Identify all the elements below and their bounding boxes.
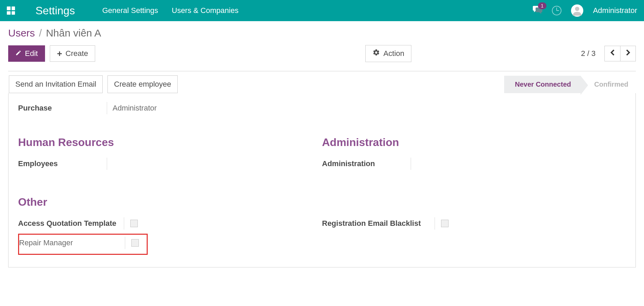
apps-icon[interactable] [7,6,15,15]
action-label: Action [383,49,404,58]
hr-heading: Human Resources [18,136,322,149]
edit-label: Edit [25,49,38,58]
access-quotation-checkbox[interactable] [130,220,138,227]
access-quotation-label: Access Quotation Template [18,219,124,228]
pager-nav [604,46,636,61]
topbar: Settings General Settings Users & Compan… [0,0,644,21]
pager-next[interactable] [620,46,636,61]
avatar[interactable] [571,4,583,17]
action-button[interactable]: Action [365,45,411,62]
create-label: Create [65,49,88,58]
nav-menu: General Settings Users & Companies [102,6,533,15]
field-sep [107,102,107,114]
nav-users-companies[interactable]: Users & Companies [172,6,239,15]
repair-manager-highlight: Repair Manager [18,234,148,255]
topbar-right: 1 Administrator [533,4,637,17]
chat-button[interactable]: 1 [533,6,542,15]
purchase-label: Purchase [18,104,107,113]
field-sep [411,158,411,170]
nav-general-settings[interactable]: General Settings [102,6,158,15]
send-invitation-button[interactable]: Send an Invitation Email [9,75,103,93]
app-title[interactable]: Settings [35,4,75,17]
field-sep [125,237,125,249]
reg-email-blacklist-checkbox[interactable] [441,220,449,227]
purchase-row: Purchase Administrator [9,99,635,118]
activity-icon[interactable] [552,6,561,15]
pencil-icon [15,49,21,58]
chat-badge: 1 [538,2,547,9]
breadcrumb-users[interactable]: Users [8,27,35,39]
repair-manager-checkbox[interactable] [131,239,139,247]
other-section: Other Access Quotation Template Repair M… [9,196,635,255]
content: Users / Nhân viên A Edit + Create Action [0,21,644,267]
reg-email-blacklist-label: Registration Email Blacklist [322,219,435,228]
breadcrumb-sep: / [39,27,42,39]
create-employee-button[interactable]: Create employee [107,75,178,93]
field-sep [107,158,107,170]
edit-button[interactable]: Edit [8,45,45,62]
pager-text[interactable]: 2 / 3 [581,49,596,58]
gear-icon [372,49,380,58]
employees-label: Employees [18,159,107,168]
chevron-left-icon [610,49,615,58]
statusbar: Send an Invitation Email Create employee… [8,71,636,93]
field-sep [435,217,435,230]
breadcrumb: Users / Nhân viên A [8,27,636,39]
other-heading: Other [18,196,626,208]
status-never-connected[interactable]: Never Connected [504,76,581,93]
create-button[interactable]: + Create [50,45,95,62]
form-sheet: Purchase Administrator Human Resources E… [8,93,636,267]
user-menu[interactable]: Administrator [593,6,637,15]
hr-section: Human Resources Employees [18,136,322,174]
pager-prev[interactable] [604,46,620,61]
chat-icon [533,9,542,15]
admin-heading: Administration [322,136,626,149]
purchase-value: Administrator [113,104,157,113]
field-sep [124,217,124,230]
svg-point-0 [575,7,580,11]
chevron-right-icon [625,49,631,58]
plus-icon: + [57,50,62,57]
repair-manager-label: Repair Manager [19,238,125,247]
administration-label: Administration [322,159,411,168]
status-confirmed[interactable]: Confirmed [581,76,636,93]
two-col-sections: Human Resources Employees Administration… [9,136,635,174]
admin-section: Administration Administration [322,136,626,174]
breadcrumb-current: Nhân viên A [46,27,101,39]
control-panel: Edit + Create Action 2 / 3 [8,45,636,62]
